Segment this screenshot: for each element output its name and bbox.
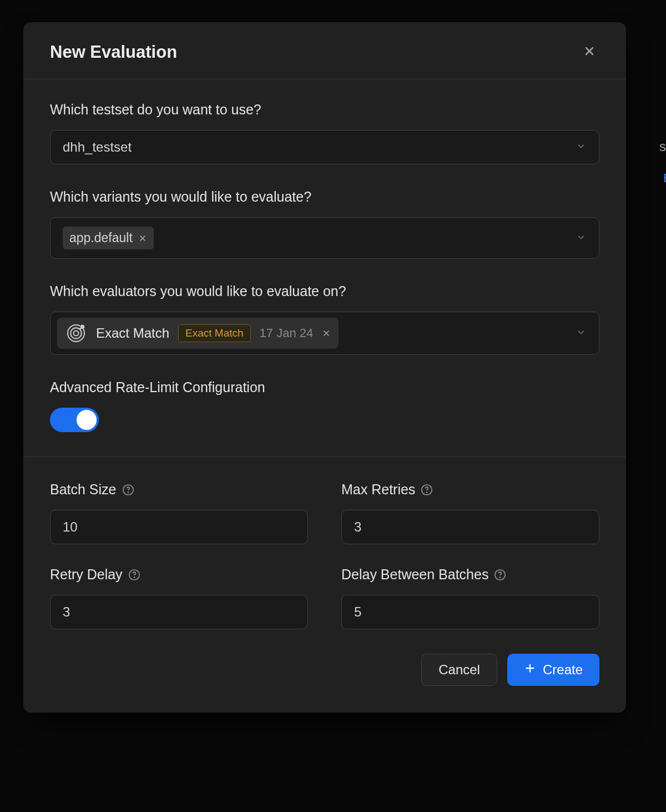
- testset-value: dhh_testset: [63, 139, 132, 155]
- evaluators-label: Which evaluators you would like to evalu…: [50, 283, 599, 299]
- variant-tag-label: app.default: [69, 230, 133, 245]
- modal-body: Which testset do you want to use? dhh_te…: [23, 79, 626, 629]
- cancel-button[interactable]: Cancel: [421, 654, 497, 686]
- rate-limit-section: Advanced Rate-Limit Configuration: [50, 379, 599, 432]
- delay-batches-label-row: Delay Between Batches: [341, 567, 599, 583]
- svg-point-15: [134, 577, 134, 578]
- retry-delay-input[interactable]: [50, 595, 308, 629]
- target-icon: [65, 322, 87, 344]
- modal-header: New Evaluation: [23, 22, 626, 79]
- max-retries-group: Max Retries: [341, 482, 599, 544]
- chevron-down-icon: [576, 232, 587, 245]
- testset-label: Which testset do you want to use?: [50, 102, 599, 118]
- svg-point-5: [70, 328, 82, 339]
- backdrop-fragment-2: Evalu: [663, 171, 666, 186]
- rate-limit-grid: Batch Size Max Retries: [50, 457, 599, 629]
- delay-batches-label: Delay Between Batches: [341, 567, 488, 583]
- evaluators-select[interactable]: Exact Match Exact Match 17 Jan 24: [50, 312, 599, 355]
- evaluator-tag: Exact Match Exact Match 17 Jan 24: [57, 318, 339, 349]
- help-icon[interactable]: [128, 569, 140, 581]
- max-retries-label-row: Max Retries: [341, 482, 599, 498]
- new-evaluation-modal: New Evaluation Which testset do you want…: [23, 22, 626, 713]
- evaluators-group: Which evaluators you would like to evalu…: [50, 283, 599, 355]
- variants-group: Which variants you would like to evaluat…: [50, 189, 599, 259]
- testset-select[interactable]: dhh_testset: [50, 130, 599, 164]
- chevron-down-icon: [576, 141, 587, 154]
- svg-point-6: [74, 331, 79, 336]
- batch-size-label: Batch Size: [50, 482, 117, 498]
- variants-select[interactable]: app.default: [50, 217, 599, 259]
- backdrop-fragment-1: stom: [659, 139, 666, 154]
- evaluator-tag-remove[interactable]: [322, 329, 331, 338]
- create-button-label: Create: [543, 662, 583, 678]
- retry-delay-label: Retry Delay: [50, 567, 123, 583]
- evaluator-name: Exact Match: [96, 325, 169, 341]
- retry-delay-label-row: Retry Delay: [50, 567, 308, 583]
- modal-footer: Cancel Create: [23, 629, 626, 713]
- close-icon: [583, 44, 596, 60]
- help-icon[interactable]: [494, 569, 506, 581]
- help-icon[interactable]: [421, 484, 433, 496]
- svg-point-17: [500, 577, 501, 578]
- delay-batches-group: Delay Between Batches: [341, 567, 599, 629]
- evaluator-badge: Exact Match: [178, 324, 251, 342]
- delay-batches-input[interactable]: [341, 595, 599, 629]
- plus-icon: [524, 662, 536, 678]
- close-button[interactable]: [579, 42, 599, 62]
- max-retries-input[interactable]: [341, 510, 599, 544]
- svg-point-13: [427, 492, 427, 493]
- help-icon[interactable]: [122, 484, 134, 496]
- rate-limit-title: Advanced Rate-Limit Configuration: [50, 379, 599, 395]
- batch-size-group: Batch Size: [50, 482, 308, 544]
- variants-label: Which variants you would like to evaluat…: [50, 189, 599, 205]
- svg-point-11: [128, 492, 128, 493]
- rate-limit-toggle[interactable]: [50, 408, 99, 432]
- batch-size-input[interactable]: [50, 510, 308, 544]
- max-retries-label: Max Retries: [341, 482, 415, 498]
- toggle-knob: [77, 410, 97, 430]
- variant-tag-remove[interactable]: [138, 234, 147, 243]
- testset-group: Which testset do you want to use? dhh_te…: [50, 102, 599, 164]
- retry-delay-group: Retry Delay: [50, 567, 308, 629]
- modal-title: New Evaluation: [50, 42, 177, 62]
- batch-size-label-row: Batch Size: [50, 482, 308, 498]
- create-button[interactable]: Create: [507, 654, 599, 686]
- evaluator-date: 17 Jan 24: [260, 326, 314, 340]
- chevron-down-icon: [576, 327, 587, 340]
- variant-tag: app.default: [63, 227, 154, 249]
